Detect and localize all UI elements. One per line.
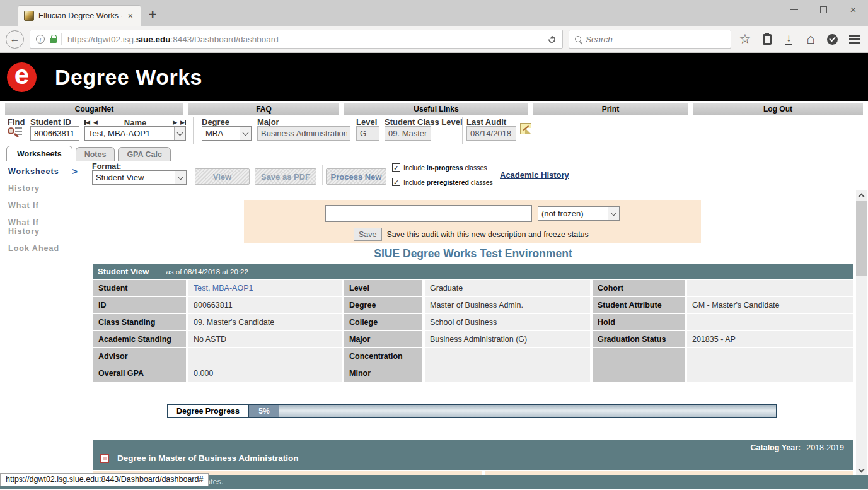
maximize-button[interactable] <box>809 0 838 19</box>
last-student-icon[interactable]: ▶ <box>180 120 185 125</box>
reading-list-button[interactable] <box>759 34 775 45</box>
sidebar-item-what-if[interactable]: What If <box>0 197 82 214</box>
content-area: Worksheets > History What If What If His… <box>0 161 868 475</box>
process-new-button[interactable]: Process New <box>326 168 386 185</box>
info-label: Class Standing <box>93 314 186 330</box>
window-controls: × <box>779 0 868 19</box>
tab-close-icon[interactable]: × <box>126 10 135 21</box>
address-bar[interactable]: i https://dgwt02.isg.siue.edu:8443/Dashb… <box>30 30 563 49</box>
progress-label: Degree Progress <box>168 405 249 417</box>
save-caption: Save this audit with this new descriptio… <box>387 230 589 239</box>
sidebar-item-worksheets[interactable]: Worksheets > <box>0 163 82 180</box>
info-label: Minor <box>344 365 422 382</box>
reload-icon <box>547 34 557 44</box>
search-icon <box>575 36 581 42</box>
tab-notes[interactable]: Notes <box>76 147 115 161</box>
tab-gpa-calc[interactable]: GPA Calc <box>118 147 171 161</box>
info-value <box>687 314 853 330</box>
reload-button[interactable] <box>541 30 562 48</box>
ellucian-logo-icon: e <box>7 62 37 92</box>
next-student-icon[interactable]: ▶ <box>173 120 177 125</box>
close-window-button[interactable]: × <box>838 0 868 19</box>
nav-faq[interactable]: FAQ <box>188 103 339 115</box>
back-button[interactable]: ← <box>6 30 24 49</box>
back-arrow-icon: ← <box>10 33 20 45</box>
chevron-up-icon <box>859 193 865 199</box>
window-titlebar: Ellucian Degree Works - Sl... × + × <box>0 0 868 26</box>
prev-student-icon[interactable]: ◀ <box>93 120 98 125</box>
info-label <box>593 365 685 382</box>
save-as-pdf-button[interactable]: Save as PDF <box>255 168 316 185</box>
level-field <box>356 126 379 141</box>
student-name-link[interactable]: Test, MBA-AOP1 <box>188 280 342 296</box>
view-button[interactable]: View <box>195 168 250 185</box>
chevron-down-icon <box>174 127 185 140</box>
url-text[interactable]: https://dgwt02.isg.siue.edu:8443/Dashboa… <box>67 35 541 44</box>
in-progress-checkbox[interactable]: ✓ <box>392 163 400 172</box>
pocket-button[interactable] <box>825 34 841 45</box>
downloads-button[interactable]: ↓ <box>780 33 797 45</box>
notes-icon[interactable] <box>520 123 531 134</box>
bookmark-button[interactable]: ☆ <box>737 32 753 47</box>
student-id-input[interactable] <box>30 126 79 141</box>
menu-button[interactable] <box>846 35 862 44</box>
secure-lock-icon[interactable] <box>50 35 57 44</box>
sidebar-item-what-if-history[interactable]: What If History <box>0 214 82 240</box>
info-label: Student <box>93 280 186 296</box>
nav-log-out[interactable]: Log Out <box>693 103 863 115</box>
info-label: ID <box>93 297 186 313</box>
search-input[interactable] <box>586 35 725 44</box>
top-nav: CougarNet FAQ Useful Links Print Log Out <box>0 101 868 116</box>
info-value <box>425 365 590 382</box>
info-label: Cohort <box>593 280 685 296</box>
site-favicon-icon <box>24 11 34 21</box>
app-title: Degree Works <box>55 65 202 90</box>
new-tab-button[interactable]: + <box>149 7 156 22</box>
nav-useful-links[interactable]: Useful Links <box>344 103 528 115</box>
requirement-unmet-checkbox-icon <box>100 454 109 463</box>
info-label <box>593 348 685 365</box>
student-name-select[interactable]: Test, MBA-AOP1 <box>84 126 186 141</box>
level-label: Level <box>356 117 377 127</box>
sidebar-item-history[interactable]: History <box>0 180 82 197</box>
catalog-year: Catalog Year: 2018-2019 <box>751 443 844 452</box>
chevron-down-icon <box>240 127 251 140</box>
minimize-button[interactable] <box>779 0 809 19</box>
freeze-status-select[interactable]: (not frozen) <box>538 206 620 221</box>
scrollbar-thumb[interactable] <box>856 201 867 276</box>
url-domain: siue.edu <box>136 35 171 44</box>
format-select[interactable]: Student View <box>92 170 187 185</box>
academic-history-link[interactable]: Academic History <box>500 170 569 180</box>
find-student-button[interactable] <box>8 126 23 139</box>
save-button[interactable]: Save <box>354 228 382 241</box>
degree-select[interactable]: MBA <box>202 126 252 141</box>
info-value <box>425 348 590 365</box>
info-value: 0.000 <box>188 365 342 382</box>
class-level-field <box>385 126 431 141</box>
audit-frame: (not frozen) Save Save this audit with t… <box>88 189 868 475</box>
home-button[interactable]: ⌂ <box>802 32 819 46</box>
worksheets-sidebar: Worksheets > History What If What If His… <box>0 161 88 475</box>
info-label: Graduation Status <box>593 331 685 347</box>
audit-description-input[interactable] <box>325 205 532 222</box>
first-student-icon[interactable]: ◀ <box>86 120 90 125</box>
scroll-down-button[interactable] <box>856 465 867 475</box>
browser-tab[interactable]: Ellucian Degree Works - Sl... × <box>18 5 141 26</box>
last-audit-label: Last Audit <box>466 117 506 127</box>
page-info-icon[interactable]: i <box>36 35 45 44</box>
scroll-up-button[interactable] <box>856 190 867 201</box>
search-bar[interactable] <box>569 30 731 49</box>
tab-worksheets[interactable]: Worksheets <box>6 146 72 161</box>
sidebar-item-look-ahead[interactable]: Look Ahead <box>0 240 82 257</box>
minimize-icon <box>790 9 798 10</box>
nav-print[interactable]: Print <box>533 103 688 115</box>
info-value: Graduate <box>425 280 590 296</box>
degree-progress-bar: Degree Progress 5% <box>167 404 777 418</box>
browser-tab-title: Ellucian Degree Works - Sl... <box>38 11 122 20</box>
frame-scrollbar[interactable] <box>856 190 867 475</box>
student-context-bar: Find Student ID ◀ ◀ Name ▶ ▶ Test, MBA-A… <box>0 116 868 146</box>
preregistered-checkbox[interactable]: ✓ <box>392 178 400 186</box>
app-header: e Degree Works <box>0 53 868 101</box>
nav-cougarnet[interactable]: CougarNet <box>5 103 183 115</box>
progress-track <box>279 405 776 417</box>
